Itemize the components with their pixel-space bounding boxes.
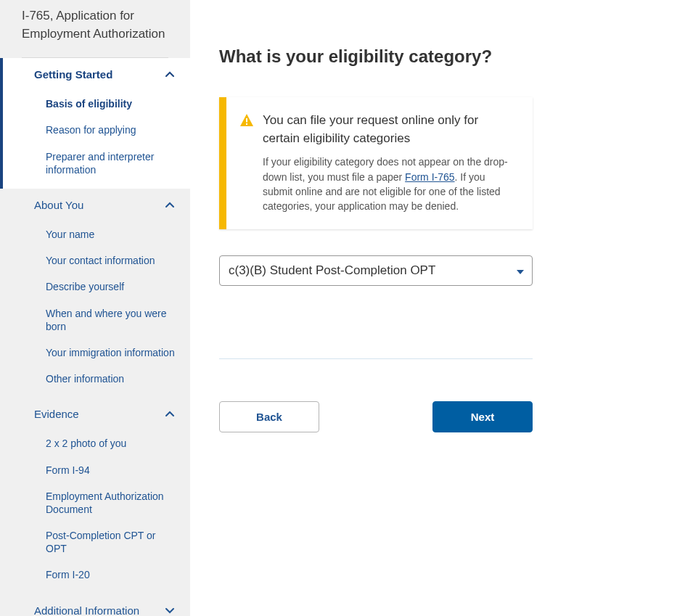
nav-head-additional-info[interactable]: Additional Information	[0, 594, 190, 616]
next-button[interactable]: Next	[432, 401, 533, 432]
eligibility-category-select-wrap: c(3)(B) Student Post-Completion OPT	[219, 255, 533, 286]
back-button[interactable]: Back	[219, 401, 319, 432]
nav-section-getting-started: Getting Started Basis of eligibility Rea…	[0, 58, 190, 189]
nav-item-form-i94[interactable]: Form I-94	[0, 457, 190, 483]
svg-rect-0	[246, 118, 247, 123]
nav-label: Additional Information	[34, 604, 139, 616]
nav-item-reason-for-applying[interactable]: Reason for applying	[3, 117, 190, 143]
nav-section-evidence: Evidence 2 x 2 photo of you Form I-94 Em…	[0, 398, 190, 594]
nav-item-photo[interactable]: 2 x 2 photo of you	[0, 430, 190, 456]
button-row: Back Next	[219, 401, 533, 432]
warning-alert: You can file your request online only fo…	[219, 97, 533, 229]
nav-item-contact-info[interactable]: Your contact information	[0, 247, 190, 274]
form-title: I-765, Application for Employment Author…	[22, 7, 168, 43]
sidebar-header: I-765, Application for Employment Author…	[0, 0, 190, 58]
sidebar-nav: Getting Started Basis of eligibility Rea…	[0, 58, 190, 616]
chevron-down-icon	[165, 606, 174, 615]
nav-head-about-you[interactable]: About You	[0, 189, 190, 221]
eligibility-category-select[interactable]: c(3)(B) Student Post-Completion OPT	[219, 255, 533, 286]
nav-item-cpt-opt[interactable]: Post-Completion CPT or OPT	[0, 522, 190, 562]
nav-sub-getting-started: Basis of eligibility Reason for applying…	[3, 91, 190, 189]
page-title: What is your eligibility category?	[219, 46, 656, 67]
section-divider	[219, 358, 533, 359]
svg-rect-1	[246, 123, 247, 125]
select-value: c(3)(B) Student Post-Completion OPT	[229, 263, 435, 278]
alert-body: You can file your request online only fo…	[263, 112, 517, 213]
nav-item-form-i20[interactable]: Form I-20	[0, 562, 190, 588]
nav-sub-about-you: Your name Your contact information Descr…	[0, 221, 190, 398]
nav-item-immigration-info[interactable]: Your immigration information	[0, 340, 190, 366]
nav-label: About You	[34, 199, 83, 211]
nav-item-when-where-born[interactable]: When and where you were born	[0, 300, 190, 340]
nav-section-additional-info: Additional Information	[0, 594, 190, 616]
form-i765-link[interactable]: Form I-765	[405, 171, 454, 183]
nav-item-ead[interactable]: Employment Authorization Document	[0, 483, 190, 522]
chevron-up-icon	[165, 410, 174, 419]
alert-title: You can file your request online only fo…	[263, 112, 517, 147]
chevron-up-icon	[165, 201, 174, 210]
nav-head-getting-started[interactable]: Getting Started	[3, 58, 190, 91]
nav-item-preparer-interpreter[interactable]: Preparer and interpreter information	[3, 144, 190, 183]
sidebar: I-765, Application for Employment Author…	[0, 0, 190, 616]
nav-item-your-name[interactable]: Your name	[0, 221, 190, 247]
alert-text: If your eligibility category does not ap…	[263, 155, 517, 213]
nav-label: Evidence	[34, 408, 79, 420]
nav-item-basis-of-eligibility[interactable]: Basis of eligibility	[3, 91, 190, 117]
nav-sub-evidence: 2 x 2 photo of you Form I-94 Employment …	[0, 430, 190, 594]
warning-icon	[239, 113, 254, 128]
nav-head-evidence[interactable]: Evidence	[0, 398, 190, 430]
nav-section-about-you: About You Your name Your contact informa…	[0, 189, 190, 398]
chevron-up-icon	[165, 70, 174, 79]
main-content: What is your eligibility category? You c…	[190, 0, 685, 616]
nav-label: Getting Started	[34, 68, 112, 81]
nav-item-describe-yourself[interactable]: Describe yourself	[0, 274, 190, 300]
nav-item-other-info[interactable]: Other information	[0, 366, 190, 392]
